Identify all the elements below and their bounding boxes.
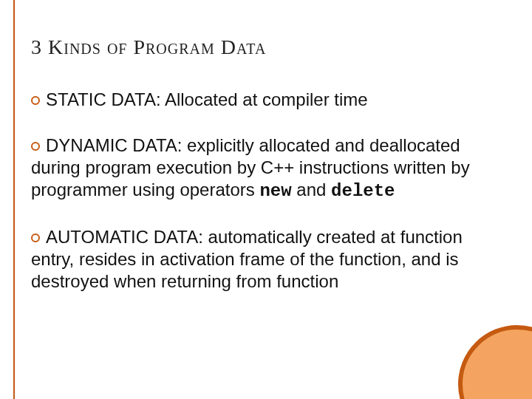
- corner-circle-decoration: [458, 325, 532, 399]
- slide-content: STATIC DATA: Allocated at compiler time …: [31, 89, 488, 316]
- bullet-icon: [31, 233, 40, 242]
- bullet-label: AUTOMATIC DATA:: [46, 227, 203, 247]
- keyword-new: new: [259, 181, 291, 201]
- side-accent-line: [13, 0, 15, 399]
- bullet-label: DYNAMIC DATA:: [46, 135, 182, 155]
- bullet-text-mid: and: [292, 180, 331, 200]
- bullet-icon: [31, 142, 40, 151]
- bullet-label: STATIC DATA:: [46, 89, 161, 109]
- keyword-delete: delete: [331, 181, 395, 201]
- bullet-text: Allocated at compiler time: [161, 89, 368, 109]
- bullet-icon: [31, 96, 40, 105]
- bullet-automatic: AUTOMATIC DATA: automatically created at…: [31, 226, 488, 293]
- bullet-static: STATIC DATA: Allocated at compiler time: [31, 89, 488, 111]
- bullet-dynamic: DYNAMIC DATA: explicitly allocated and d…: [31, 134, 488, 202]
- slide: 3 Kinds of Program Data STATIC DATA: All…: [0, 0, 532, 399]
- slide-title: 3 Kinds of Program Data: [31, 35, 502, 59]
